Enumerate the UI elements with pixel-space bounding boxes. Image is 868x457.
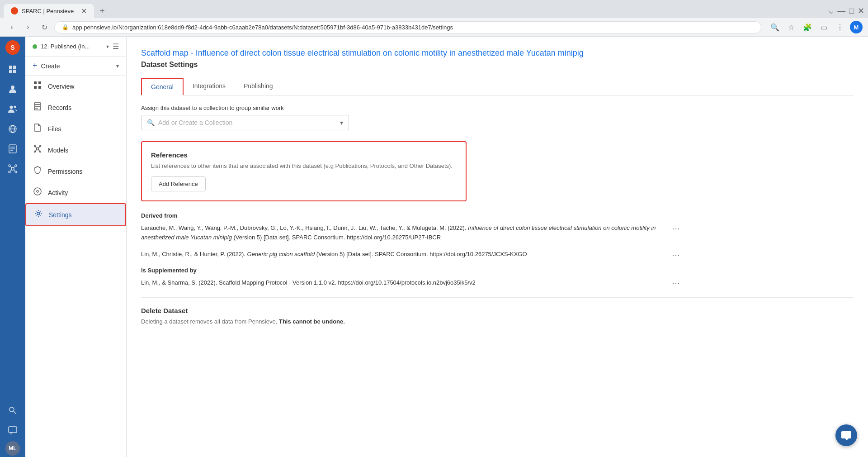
section-divider bbox=[141, 297, 854, 298]
app-container: S ML bbox=[0, 37, 868, 457]
svg-point-16 bbox=[15, 165, 17, 167]
user-avatar[interactable]: ML bbox=[5, 441, 20, 456]
more-button[interactable]: ⋮ bbox=[834, 21, 846, 33]
url-text: app.pennsieve.io/N:organization:618e8dd9… bbox=[72, 24, 453, 31]
browser-actions: 🔍 ☆ 🧩 ▭ ⋮ M bbox=[769, 21, 863, 33]
svg-line-22 bbox=[14, 170, 15, 171]
maximize-button[interactable]: □ bbox=[849, 6, 854, 16]
nav-label-files: Files bbox=[48, 125, 61, 133]
tab-integrations[interactable]: Integrations bbox=[184, 78, 235, 95]
sidebar-icon-chat[interactable] bbox=[4, 421, 22, 439]
tab-close-button[interactable]: ✕ bbox=[81, 7, 87, 15]
overview-icon bbox=[33, 81, 42, 91]
reference-item-3: Lin, M., & Sharma, S. (2022). Scaffold M… bbox=[141, 278, 684, 288]
minimize-tabs-button[interactable]: ⌵ bbox=[829, 6, 834, 16]
status-label: 12. Published (In... bbox=[41, 43, 103, 50]
delete-desc: Deleting a dataset removes all data from… bbox=[141, 318, 854, 325]
svg-rect-27 bbox=[38, 81, 41, 84]
sidebar-icon-overview[interactable] bbox=[4, 60, 22, 78]
nav-item-permissions[interactable]: Permissions bbox=[25, 161, 126, 182]
address-bar[interactable]: 🔒 app.pennsieve.io/N:organization:618e8d… bbox=[54, 21, 761, 33]
svg-point-4 bbox=[11, 86, 14, 89]
references-title: References bbox=[151, 151, 457, 159]
references-desc: List references to other items that are … bbox=[151, 162, 457, 169]
close-window-button[interactable]: ✕ bbox=[858, 6, 864, 16]
page-title[interactable]: Scaffold map - Influence of direct colon… bbox=[141, 48, 854, 59]
sidebar-icon-records[interactable] bbox=[4, 140, 22, 158]
reload-button[interactable]: ↻ bbox=[38, 21, 51, 33]
nav-item-settings[interactable]: Settings bbox=[25, 203, 126, 226]
nav-item-activity[interactable]: Activity bbox=[25, 182, 126, 203]
lock-icon: 🔒 bbox=[62, 24, 69, 30]
permissions-icon bbox=[33, 166, 42, 176]
nav-item-records[interactable]: Records bbox=[25, 97, 126, 118]
svg-rect-3 bbox=[13, 70, 16, 73]
chat-fab-button[interactable] bbox=[835, 424, 857, 446]
svg-point-45 bbox=[37, 212, 40, 215]
sidebar-icon-search[interactable] bbox=[4, 401, 22, 419]
reference-item-2: Lin, M., Christie, R., & Hunter, P. (202… bbox=[141, 250, 684, 260]
collection-search-placeholder: Add or Create a Collection bbox=[158, 119, 340, 126]
create-chevron-icon: ▾ bbox=[116, 63, 119, 69]
sidebar-icon-person[interactable] bbox=[4, 80, 22, 98]
collection-instruction: Assign this dataset to a collection to g… bbox=[141, 105, 854, 111]
nav-label-permissions: Permissions bbox=[48, 168, 82, 175]
sidebar-icon-people[interactable] bbox=[4, 100, 22, 118]
sidebar-icon-globe[interactable] bbox=[4, 120, 22, 138]
new-tab-button[interactable]: + bbox=[96, 6, 108, 16]
browser-controls: ‹ › ↻ 🔒 app.pennsieve.io/N:organization:… bbox=[0, 18, 868, 36]
svg-rect-25 bbox=[9, 427, 17, 433]
svg-line-24 bbox=[14, 411, 16, 414]
nav-label-records: Records bbox=[48, 104, 71, 111]
sidebar-icon-models[interactable] bbox=[4, 160, 22, 178]
activity-icon bbox=[33, 187, 42, 198]
create-label: Create bbox=[41, 62, 60, 70]
nav-item-overview[interactable]: Overview bbox=[25, 76, 126, 97]
status-dot bbox=[33, 44, 37, 49]
create-button[interactable]: + Create ▾ bbox=[25, 57, 126, 76]
app-logo[interactable]: S bbox=[5, 40, 20, 55]
references-box: References List references to other item… bbox=[141, 141, 467, 201]
extensions-button[interactable]: 🧩 bbox=[801, 21, 814, 33]
add-reference-button[interactable]: Add Reference bbox=[151, 176, 206, 191]
page-subtitle: Dataset Settings bbox=[141, 61, 854, 69]
nav-item-files[interactable]: Files bbox=[25, 118, 126, 139]
svg-rect-28 bbox=[34, 86, 37, 89]
svg-point-44 bbox=[37, 190, 38, 192]
tab-publishing[interactable]: Publishing bbox=[235, 78, 282, 95]
profile-button[interactable]: M bbox=[850, 21, 863, 33]
svg-point-23 bbox=[9, 407, 14, 412]
svg-point-6 bbox=[14, 106, 16, 108]
bookmark-button[interactable]: ☆ bbox=[785, 21, 797, 33]
restore-button[interactable]: — bbox=[837, 6, 845, 16]
sidebar-toggle-button[interactable]: ▭ bbox=[817, 21, 830, 33]
back-button[interactable]: ‹ bbox=[5, 21, 18, 33]
tab-general[interactable]: General bbox=[141, 78, 184, 95]
reference-1-menu-button[interactable]: ⋯ bbox=[668, 224, 684, 233]
browser-chrome: SPARC | Pennsieve ✕ + ⌵ — □ ✕ ‹ › ↻ 🔒 ap… bbox=[0, 0, 868, 37]
nav-item-models[interactable]: Models bbox=[25, 139, 126, 161]
collection-search-container[interactable]: 🔍 Add or Create a Collection ▾ bbox=[141, 115, 349, 130]
collection-dropdown-icon[interactable]: ▾ bbox=[340, 119, 343, 126]
svg-line-20 bbox=[14, 167, 15, 168]
delete-title: Delete Dataset bbox=[141, 307, 854, 314]
active-tab[interactable]: SPARC | Pennsieve ✕ bbox=[4, 4, 94, 18]
forward-button[interactable]: › bbox=[22, 21, 34, 33]
models-icon bbox=[33, 145, 42, 155]
svg-rect-0 bbox=[9, 66, 12, 69]
svg-point-37 bbox=[34, 151, 36, 152]
svg-line-41 bbox=[36, 150, 37, 151]
search-browser-button[interactable]: 🔍 bbox=[769, 21, 781, 33]
nav-label-settings: Settings bbox=[49, 211, 72, 219]
list-icon[interactable]: ☰ bbox=[113, 42, 119, 51]
status-arrow-icon[interactable]: ▾ bbox=[106, 43, 109, 50]
reference-2-menu-button[interactable]: ⋯ bbox=[668, 250, 684, 260]
svg-point-17 bbox=[9, 171, 10, 173]
reference-3-menu-button[interactable]: ⋯ bbox=[668, 278, 684, 288]
svg-line-42 bbox=[38, 150, 40, 151]
create-plus-icon: + bbox=[33, 61, 38, 71]
tab-favicon bbox=[11, 7, 18, 14]
nav-header: 12. Published (In... ▾ ☰ bbox=[25, 37, 126, 57]
svg-rect-1 bbox=[13, 66, 16, 69]
settings-tabs: General Integrations Publishing bbox=[141, 78, 854, 95]
